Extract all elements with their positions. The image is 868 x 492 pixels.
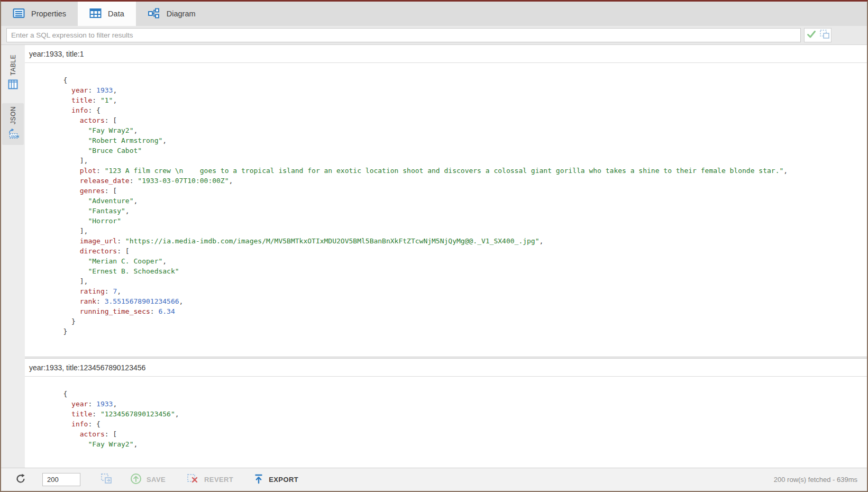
table-icon <box>89 8 102 20</box>
view-tab-table[interactable]: TABLE <box>2 51 24 95</box>
grid-view-icon <box>8 79 18 92</box>
json-view-label: JSON <box>10 106 17 124</box>
save-label: SAVE <box>147 476 166 484</box>
export-icon <box>253 473 264 487</box>
tab-bar: Properties Data Diagram <box>1 2 867 26</box>
filter-bar <box>1 26 867 45</box>
bottom-toolbar: SAVE REVERT EXPORT 200 row(s) fetched - … <box>1 468 867 491</box>
record-json-body[interactable]: { year: 1933, title: "1", info: { actors… <box>25 63 867 357</box>
records-container: year:1933, title:1 { year: 1933, title: … <box>25 45 867 468</box>
tab-properties[interactable]: Properties <box>1 2 78 26</box>
record-header[interactable]: year:1933, title:1 <box>25 45 867 63</box>
view-tab-json[interactable]: JSON JSON <box>2 103 24 145</box>
table-view-label: TABLE <box>10 54 17 76</box>
save-button[interactable]: SAVE <box>130 473 166 487</box>
apply-filter-check-icon[interactable] <box>806 29 817 42</box>
app-window: Properties Data Diagram <box>0 0 868 492</box>
tab-diagram[interactable]: Diagram <box>136 2 207 26</box>
export-label: EXPORT <box>269 476 298 484</box>
view-switcher-sidebar: TABLE JSON JSON <box>1 45 25 468</box>
tab-data[interactable]: Data <box>78 2 136 26</box>
revert-icon <box>187 473 199 487</box>
sql-filter-input[interactable] <box>6 28 801 42</box>
tab-diagram-label: Diagram <box>167 10 196 18</box>
open-filter-editor-icon[interactable] <box>819 29 830 42</box>
diagram-icon <box>148 8 160 20</box>
json-view-icon: JSON <box>7 128 19 142</box>
export-button[interactable]: EXPORT <box>253 473 298 487</box>
record-header[interactable]: year:1933, title:1234567890123456 <box>25 359 867 377</box>
fetch-next-page-icon[interactable] <box>100 473 113 487</box>
revert-label: REVERT <box>204 476 233 484</box>
properties-icon <box>13 8 25 20</box>
row-limit-input[interactable] <box>42 473 80 486</box>
refresh-icon[interactable] <box>15 473 26 487</box>
fetch-status-text: 200 row(s) fetched - 639ms <box>774 476 857 484</box>
filter-actions <box>804 28 832 42</box>
record-json-body[interactable]: { year: 1933, title: "1234567890123456",… <box>25 377 867 468</box>
revert-button[interactable]: REVERT <box>187 473 233 487</box>
svg-text:JSON: JSON <box>10 134 19 138</box>
tab-data-label: Data <box>108 10 124 18</box>
tab-properties-label: Properties <box>31 10 66 18</box>
save-icon <box>130 473 142 487</box>
